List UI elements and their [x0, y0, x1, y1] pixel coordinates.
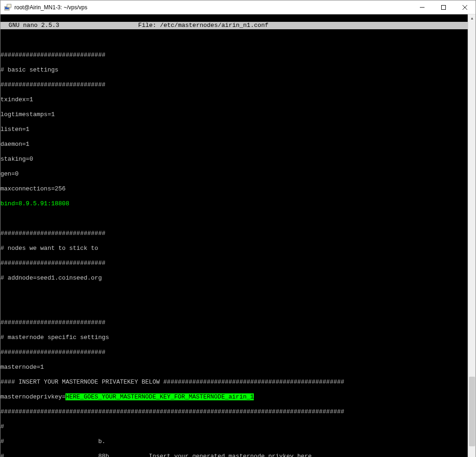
maximize-button[interactable] — [433, 0, 454, 14]
config-line: #### INSERT YOUR MASTERNODE PRIVATEKEY B… — [0, 379, 468, 386]
config-line: daemon=1 — [0, 141, 468, 148]
putty-icon — [4, 4, 12, 11]
config-line: listen=1 — [0, 126, 468, 133]
ascii-art-line: # 88b Insert your generated masternode p… — [0, 453, 468, 457]
putty-window: root@Airin_MN1-3: ~/vps/vps GNU nano 2.5… — [0, 0, 476, 457]
blank-line — [0, 289, 468, 297]
config-line: staking=0 — [0, 156, 468, 163]
config-line: ############################# — [0, 230, 468, 237]
config-line: # nodes we want to stick to — [0, 245, 468, 252]
ascii-art-line: # — [0, 423, 468, 431]
terminal-container: GNU nano 2.5.3File: /etc/masternodes/air… — [0, 14, 476, 457]
privkey-prefix: masternodeprivkey= — [0, 393, 65, 400]
blank-line — [0, 37, 468, 44]
config-line: masternode=1 — [0, 364, 468, 371]
config-line: # basic settings — [0, 66, 468, 74]
config-line-bind: bind=8.9.5.91:18808 — [0, 200, 468, 208]
config-line: ############################# — [0, 260, 468, 267]
blank-line — [0, 215, 468, 222]
window-title: root@Airin_MN1-3: ~/vps/vps — [14, 4, 412, 11]
config-line: ########################################… — [0, 408, 468, 416]
config-line: gen=0 — [0, 170, 468, 178]
config-line: txindex=1 — [0, 96, 468, 104]
nano-header: GNU nano 2.5.3File: /etc/masternodes/air… — [0, 22, 468, 29]
config-line: ############################# — [0, 81, 468, 89]
scrollbar[interactable]: ▲ ▼ — [468, 14, 476, 457]
config-line: # masternode specific settings — [0, 334, 468, 341]
minimize-button[interactable] — [412, 0, 433, 14]
svg-rect-5 — [442, 5, 446, 9]
nano-app-name: GNU nano 2.5.3 — [0, 22, 59, 29]
config-line: ############################# — [0, 349, 468, 356]
close-button[interactable] — [454, 0, 476, 14]
titlebar[interactable]: root@Airin_MN1-3: ~/vps/vps — [0, 0, 476, 14]
scroll-thumb[interactable] — [469, 377, 475, 446]
config-line: ############################# — [0, 319, 468, 326]
ascii-art-line: # b. — [0, 438, 468, 445]
config-line: # addnode=seed1.coinseed.org — [0, 274, 468, 282]
svg-rect-2 — [7, 4, 11, 7]
scroll-up-icon[interactable]: ▲ — [468, 14, 476, 22]
config-line: logtimestamps=1 — [0, 111, 468, 118]
nano-file-label: File: /etc/masternodes/airin_n1.conf — [59, 22, 468, 29]
blank-line — [0, 304, 468, 312]
privkey-line: masternodeprivkey=HERE_GOES_YOUR_MASTERN… — [0, 393, 468, 401]
config-line: maxconnections=256 — [0, 185, 468, 193]
privkey-placeholder: HERE_GOES_YOUR_MASTERNODE_KEY_FOR_MASTER… — [65, 393, 254, 400]
terminal[interactable]: GNU nano 2.5.3File: /etc/masternodes/air… — [0, 14, 468, 457]
window-controls — [412, 0, 476, 14]
config-line: ############################# — [0, 52, 468, 59]
